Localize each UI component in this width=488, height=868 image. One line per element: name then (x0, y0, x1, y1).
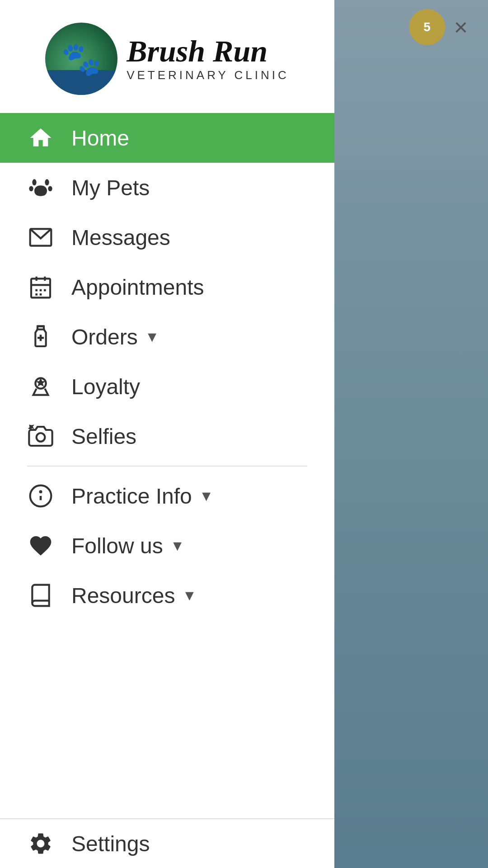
notification-badge[interactable]: 5 (409, 9, 445, 45)
nav-divider (27, 466, 307, 467)
sidebar-item-orders[interactable]: Orders ▼ (0, 312, 334, 362)
sidebar-item-home-label: Home (71, 126, 129, 151)
svg-rect-9 (35, 293, 38, 296)
loyalty-icon (23, 374, 59, 399)
logo-circle: 🐾 (45, 23, 117, 95)
svg-rect-10 (40, 293, 42, 296)
sidebar-item-appointments-label: Appointments (71, 275, 204, 300)
heart-icon (23, 533, 59, 558)
svg-rect-7 (40, 289, 42, 292)
svg-point-0 (32, 179, 36, 185)
bottle-icon (23, 324, 59, 349)
info-circle-icon (23, 483, 59, 509)
sidebar-item-selfies-label: Selfies (71, 424, 136, 449)
logo-text: Brush Run Veterinary Clinic (127, 36, 289, 82)
svg-point-2 (29, 186, 33, 192)
logo-area: 🐾 Brush Run Veterinary Clinic (0, 0, 334, 113)
calendar-icon (23, 274, 59, 300)
paw-logo-icon: 🐾 (61, 42, 102, 75)
sidebar-item-follow-us[interactable]: Follow us ▼ (0, 521, 334, 571)
follow-us-chevron-icon: ▼ (170, 538, 185, 554)
gear-icon (23, 831, 59, 856)
svg-rect-8 (44, 289, 46, 292)
practice-info-chevron-icon: ▼ (199, 488, 214, 505)
secondary-nav: Practice Info ▼ Follow us ▼ Resources ▼ (0, 471, 334, 620)
svg-point-3 (48, 186, 52, 192)
sidebar-item-appointments[interactable]: Appointments (0, 262, 334, 312)
sidebar-item-settings[interactable]: Settings (0, 818, 334, 868)
envelope-icon (23, 225, 59, 250)
close-button[interactable]: × (443, 9, 479, 45)
sidebar-item-selfies[interactable]: Selfies (0, 411, 334, 461)
svg-rect-6 (35, 289, 38, 292)
sidebar-item-messages-label: Messages (71, 225, 170, 250)
orders-chevron-icon: ▼ (145, 329, 160, 345)
book-icon (23, 583, 59, 608)
background-overlay (334, 0, 488, 868)
sidebar-item-my-pets-label: My Pets (71, 175, 150, 200)
sidebar-item-practice-info[interactable]: Practice Info ▼ (0, 471, 334, 521)
resources-chevron-icon: ▼ (182, 587, 197, 604)
camera-star-icon (23, 424, 59, 449)
primary-nav: Home My Pets Me (0, 113, 334, 461)
home-icon (23, 125, 59, 151)
sidebar-item-resources-label: Resources (71, 583, 175, 608)
sidebar-item-settings-label: Settings (71, 831, 150, 856)
sidebar-item-home[interactable]: Home (0, 113, 334, 163)
navigation-drawer: 🐾 Brush Run Veterinary Clinic Home (0, 0, 334, 868)
sidebar-item-my-pets[interactable]: My Pets (0, 163, 334, 212)
sidebar-item-loyalty[interactable]: Loyalty (0, 362, 334, 411)
badge-count: 5 (409, 9, 445, 45)
sidebar-item-orders-label: Orders (71, 325, 138, 349)
clinic-name-line1: Brush Run (127, 36, 289, 66)
sidebar-item-loyalty-label: Loyalty (71, 374, 140, 399)
sidebar-item-practice-info-label: Practice Info (71, 484, 192, 509)
sidebar-item-messages[interactable]: Messages (0, 212, 334, 262)
svg-point-14 (37, 433, 45, 442)
paw-icon (23, 175, 59, 200)
sidebar-item-follow-us-label: Follow us (71, 533, 163, 558)
clinic-name-line2: Veterinary Clinic (127, 68, 289, 82)
svg-point-1 (45, 179, 49, 185)
spacer (0, 620, 334, 818)
sidebar-item-resources[interactable]: Resources ▼ (0, 571, 334, 620)
